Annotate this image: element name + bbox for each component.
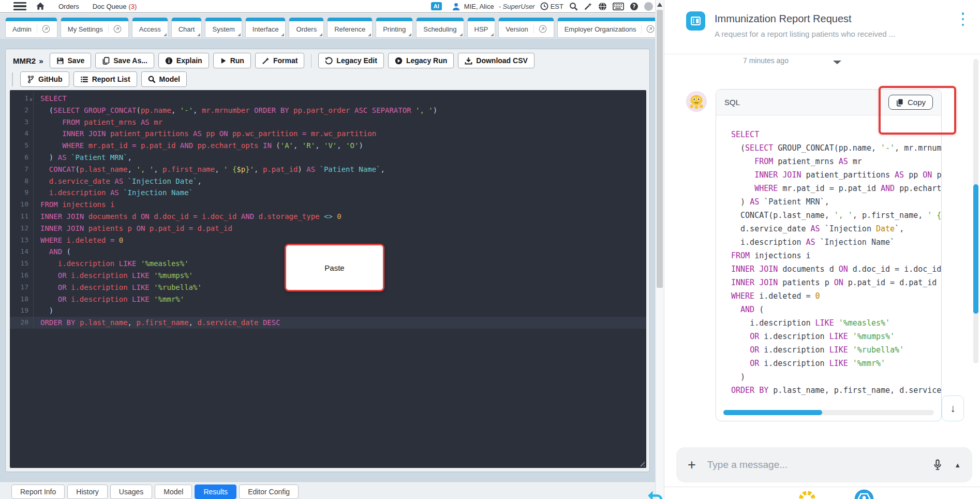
code-line: INNER JOIN documents d ON d.doc_id = i.d… — [724, 262, 941, 276]
ai-assistant-panel: Immunization Report Request A request fo… — [664, 0, 980, 499]
scrollbar-up-arrow-icon[interactable] — [657, 3, 662, 7]
bottom-tab-history[interactable]: History — [67, 485, 108, 499]
bottom-tab-model[interactable]: Model — [155, 485, 192, 499]
format-button[interactable]: Format — [255, 53, 304, 68]
code-line: 9 i.description AS `Injection Name` — [10, 187, 646, 199]
wand-icon[interactable] — [584, 2, 592, 11]
line-number: 7 — [10, 164, 34, 175]
doc-queue-count: (3) — [129, 3, 137, 10]
nav-tab-label: Orders — [296, 25, 317, 33]
kebab-menu-icon[interactable] — [959, 12, 967, 26]
card-horizontal-scrollbar[interactable] — [723, 410, 934, 415]
external-link-icon[interactable] — [533, 25, 547, 33]
keyboard-icon[interactable] — [613, 3, 624, 10]
nav-tab-printing[interactable]: Printing — [376, 18, 413, 38]
main-window: Orders Doc Queue(3) AI MIE, Alice - Supe… — [0, 0, 655, 499]
sun-icon[interactable] — [798, 490, 816, 499]
header-divider — [664, 54, 980, 54]
save-as-button[interactable]: Save As... — [95, 53, 154, 68]
code-line: d.service_date AS `Injection Date`, — [724, 222, 941, 236]
help-icon[interactable]: ? — [630, 2, 639, 11]
attach-plus-button[interactable]: + — [688, 458, 696, 472]
paste-button-overlay[interactable]: Paste — [285, 244, 384, 291]
nav-tab-my-settings[interactable]: My Settings — [61, 18, 129, 38]
bottom-tab-usages[interactable]: Usages — [110, 485, 152, 499]
search-icon[interactable] — [569, 2, 578, 11]
code-line: 8 d.service_date AS `Injection Date`, — [10, 175, 646, 187]
nav-tab-version[interactable]: Version — [498, 18, 554, 38]
code-line: ) — [724, 370, 941, 384]
code-line: 4 INNER JOIN patient_partitions AS pp ON… — [10, 128, 646, 140]
avatar[interactable] — [644, 2, 653, 11]
line-number: 8 — [10, 175, 34, 187]
model-button[interactable]: Model — [141, 71, 187, 87]
external-link-icon[interactable] — [37, 25, 50, 33]
timezone-label: EST — [551, 3, 563, 10]
legacy-edit-button[interactable]: Legacy Edit — [318, 53, 384, 68]
nav-tab-system[interactable]: System — [205, 18, 242, 38]
user-name[interactable]: MIE, Alice — [464, 3, 494, 10]
button-label: Run — [230, 56, 244, 65]
save-button[interactable]: Save — [50, 53, 92, 68]
nav-tab-reference[interactable]: Reference — [327, 18, 373, 38]
line-number: 15 — [10, 258, 34, 270]
nav-tab-chart[interactable]: Chart — [171, 18, 202, 38]
nav-tab-label: Interface — [253, 25, 279, 33]
breadcrumb-orders[interactable]: Orders — [58, 3, 79, 10]
legacy-run-button[interactable]: Legacy Run — [388, 53, 454, 68]
github-button[interactable]: GitHub — [20, 71, 69, 87]
message-input[interactable]: Type a message... — [707, 459, 921, 471]
code-line: 18 OR i.description LIKE '%mmr%' — [10, 293, 646, 305]
caret-up-icon[interactable]: ▲ — [954, 461, 961, 469]
code-line: WHERE i.deleted = 0 — [724, 289, 941, 303]
bottom-tab-report-info[interactable]: Report Info — [11, 485, 65, 499]
report-name[interactable]: MMR2» — [13, 56, 43, 65]
nav-tab-admin[interactable]: Admin — [5, 18, 57, 38]
globe-icon[interactable] — [598, 2, 607, 11]
nav-tab-employer-organizations[interactable]: Employer Organizations — [557, 18, 655, 38]
nav-tab-hsp[interactable]: HSP — [467, 18, 496, 38]
scroll-to-bottom-button[interactable]: ↓ — [942, 395, 964, 421]
resize-handle-icon[interactable] — [638, 460, 645, 466]
nav-tab-access[interactable]: Access — [132, 18, 168, 38]
mic-icon[interactable] — [932, 459, 943, 471]
nav-tab-interface[interactable]: Interface — [245, 18, 286, 38]
run-button[interactable]: Run — [213, 53, 251, 68]
code-line: CONCAT(p.last_name, ', ', p.first_name, … — [724, 209, 941, 222]
external-link-icon[interactable] — [108, 25, 122, 33]
nav-tab-scheduling[interactable]: Scheduling — [416, 18, 464, 38]
button-label: Report List — [92, 75, 130, 83]
bottom-tab-results[interactable]: Results — [195, 485, 236, 499]
ai-badge[interactable]: AI — [431, 2, 442, 10]
code-line: INNER JOIN patient_partitions AS pp ON p… — [724, 168, 941, 182]
nav-tab-label: Admin — [12, 25, 32, 33]
mie-logo-icon[interactable] — [854, 489, 874, 499]
fold-caret-icon[interactable]: ∨ — [28, 94, 34, 106]
nav-tab-orders[interactable]: Orders — [289, 18, 324, 38]
explain-button[interactable]: Explain — [158, 53, 209, 68]
bottom-tab-editor-config[interactable]: Editor Config — [239, 485, 299, 499]
chevron-icon[interactable]: » — [39, 56, 43, 65]
line-number: 13 — [10, 234, 34, 246]
code-line: 5 WHERE mr.pat_id = p.pat_id AND pp.echa… — [10, 140, 646, 152]
external-link-icon[interactable] — [641, 25, 655, 33]
home-icon[interactable] — [36, 2, 45, 11]
back-arrow-icon[interactable] — [646, 488, 663, 499]
panel-layout-icon[interactable] — [686, 11, 705, 31]
toolbar-row-1: MMR2» SaveSave As...ExplainRunFormatLega… — [6, 49, 649, 68]
breadcrumb-doc-queue[interactable]: Doc Queue(3) — [93, 3, 137, 10]
code-line: 1∨SELECT — [10, 93, 646, 105]
message-composer[interactable]: + Type a message... ▲ — [676, 447, 972, 482]
main-scrollbar[interactable] — [655, 0, 664, 499]
copy-button[interactable]: Copy — [888, 95, 933, 110]
report-list-button[interactable]: Report List — [73, 71, 137, 87]
hamburger-icon[interactable] — [13, 2, 26, 11]
scrollbar-thumb[interactable] — [657, 10, 663, 288]
download-csv-button[interactable]: Download CSV — [458, 53, 534, 68]
code-line: OR i.description LIKE '%mumps%' — [724, 330, 941, 343]
sql-card-code: SELECT (SELECT GROUP_CONCAT(pp.name, '-'… — [716, 115, 941, 397]
card-hscroll-thumb[interactable] — [723, 410, 822, 415]
panel-scrollbar-thumb[interactable] — [973, 184, 978, 314]
button-label: Legacy Run — [406, 56, 447, 65]
bottom-tab-bar: Report InfoHistoryUsagesModelResultsEdit… — [0, 481, 655, 499]
